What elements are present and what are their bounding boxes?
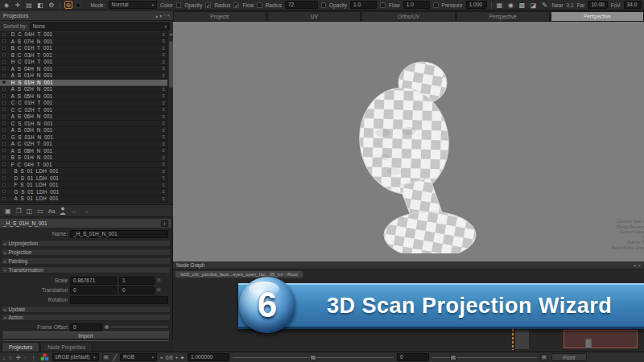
list-item[interactable]: _B_S_01H_N_001≡ [0, 154, 167, 162]
list-item[interactable]: _A_S_08H_N_001≡ [0, 148, 167, 155]
panel-help-icon[interactable]: ▴ [155, 13, 158, 19]
timeline-clip[interactable] [564, 330, 638, 348]
timeline-playhead[interactable] [512, 329, 514, 350]
flow-checkbox[interactable] [257, 2, 262, 8]
projector-row-icon[interactable]: ≡ [162, 80, 165, 84]
panel-collapse-icon[interactable]: ▾ [159, 13, 162, 19]
list-item[interactable]: _C_C_01H_T_001≡ [0, 100, 167, 107]
prev-arrow-icon[interactable]: ◂ [160, 355, 163, 360]
list-item[interactable]: _A_S_02H_N_001≡ [0, 86, 167, 93]
item-checkbox[interactable] [2, 88, 6, 91]
rotation-input[interactable] [70, 296, 168, 304]
projector-row-icon[interactable]: ≡ [162, 114, 165, 119]
section-action[interactable]: ▾ Action [1, 314, 171, 321]
projector-row-icon[interactable]: ≡ [162, 93, 165, 98]
tab-perspective-active[interactable]: Perspective [551, 11, 644, 22]
new-projector-icon[interactable]: ▣ [5, 208, 11, 215]
play-icon[interactable]: ▶ [181, 355, 184, 360]
reset-offset-button[interactable]: R [540, 354, 548, 361]
prev-projector-icon[interactable]: ← [71, 208, 77, 215]
section-transformation[interactable]: ▾ Transformation [1, 266, 171, 274]
scale-x-input[interactable]: 0.867671 [70, 277, 117, 285]
tab-projectors[interactable]: Projectors [2, 342, 39, 352]
projector-row-icon[interactable]: ≡ [162, 39, 165, 43]
color-checkbox[interactable] [176, 2, 182, 8]
projector-row-icon[interactable]: ≡ [162, 142, 165, 146]
section-unprojection[interactable]: ▸ Unprojection [1, 240, 171, 247]
import-button[interactable]: Import [2, 331, 170, 339]
list-item[interactable]: _A_S_01H_N_001≡ [0, 72, 167, 80]
item-checkbox[interactable] [2, 170, 6, 173]
rename-icon[interactable]: Aa [48, 208, 56, 214]
item-checkbox[interactable] [2, 115, 6, 118]
next-projector-icon[interactable]: → [82, 208, 89, 215]
frame-offset-slider-knob[interactable] [105, 325, 109, 329]
list-item[interactable]: _C_C_02H_T_001≡ [0, 107, 167, 114]
list-item[interactable]: _H_C_01H_T_001≡ [0, 59, 167, 66]
list-item[interactable]: _B_C_01H_T_001≡ [0, 45, 167, 52]
panel-close-icon[interactable]: × [638, 263, 641, 268]
scale-y-input[interactable]: 1 [119, 277, 155, 285]
person-icon[interactable] [60, 207, 66, 215]
list-item[interactable]: _A_S_04H_N_001≡ [0, 66, 167, 73]
panel-close-icon[interactable]: × [167, 13, 170, 19]
shading-mode-icon[interactable]: ◪ [530, 1, 538, 9]
visibility-icon[interactable]: ◉ [507, 1, 515, 9]
projector-row-icon[interactable]: ≡ [162, 101, 165, 105]
projector-row-icon[interactable]: ≡ [162, 148, 165, 153]
projector-row-icon[interactable]: ≡ [162, 32, 165, 37]
item-checkbox[interactable] [2, 60, 6, 64]
panel-menu-icon[interactable]: ▾ [634, 263, 637, 268]
list-item[interactable]: _A_S_06H_N_001≡ [0, 113, 167, 121]
channel-dropdown[interactable]: RGB ▾ [120, 353, 157, 361]
list-item[interactable]: _A_S_07H_N_001≡ [0, 39, 167, 46]
projector-row-icon[interactable]: ≡ [162, 52, 165, 57]
item-checkbox[interactable] [2, 39, 6, 43]
radius-input[interactable]: 72 [285, 1, 318, 9]
section-update[interactable]: ▸ Update [1, 306, 171, 313]
import-tool-icon[interactable]: ◈ [2, 1, 10, 9]
pressure-checkbox[interactable] [433, 2, 439, 8]
projector-row-icon[interactable]: ≡ [162, 128, 165, 133]
list-item[interactable]: __A_S_01_LDH_001≡ [0, 195, 167, 203]
item-checkbox[interactable] [2, 162, 6, 166]
camera-icon[interactable]: ◫ [27, 208, 33, 215]
list-item[interactable]: __B_S_01_LDH_001≡ [0, 168, 167, 175]
opacity-link-checkbox[interactable] [380, 2, 386, 8]
projector-row-icon[interactable]: ≡ [162, 162, 165, 167]
grid-view-icon[interactable]: ▦ [496, 1, 504, 9]
list-item[interactable]: _D_C_04H_T_001≡ [0, 31, 167, 39]
opacity-input[interactable]: 1.0 [350, 1, 377, 9]
tab-uv[interactable]: UV [267, 11, 361, 22]
list-item[interactable]: _G_S_01H_N_001≡ [0, 134, 167, 142]
item-checkbox[interactable] [2, 129, 6, 132]
list-item[interactable]: _A_S_05H_N_001≡ [0, 93, 167, 101]
gain-slider[interactable] [233, 357, 394, 358]
item-checkbox[interactable] [2, 108, 6, 111]
download-icon[interactable]: ↓ [2, 354, 6, 361]
list-item[interactable]: __G_S_01_LDH_001≡ [0, 189, 167, 196]
translation-y-input[interactable]: 0 [119, 286, 155, 294]
item-checkbox[interactable] [2, 67, 6, 70]
node-graph-tab[interactable]: tk02_chr_yamika_face...eyes_open_fac...0… [175, 270, 303, 278]
duplicate-projector-icon[interactable]: ❐ [16, 208, 22, 215]
projector-row-icon[interactable]: ≡ [162, 134, 165, 139]
fov-input[interactable]: 34.0 [624, 1, 642, 9]
name-input[interactable]: _H_S_01H_N_001 [70, 230, 168, 238]
projector-row-icon[interactable]: ≡ [162, 169, 165, 174]
section-projection[interactable]: ▸ Projection [1, 249, 171, 256]
projector-row-icon[interactable]: ≡ [162, 73, 165, 78]
item-checkbox[interactable] [2, 142, 6, 146]
more-dots-icon[interactable]: ⋮ [31, 354, 37, 361]
frame-offset-input[interactable]: 0 [70, 323, 102, 331]
projector-row-icon[interactable]: ≡ [162, 87, 165, 92]
list-item[interactable]: _F_C_04H_T_001≡ [0, 162, 167, 169]
projector-row-icon[interactable]: ≡ [162, 66, 165, 71]
item-checkbox[interactable] [2, 176, 6, 179]
curve-icon[interactable]: ╱ [114, 354, 118, 361]
frame-offset-slider[interactable] [111, 327, 168, 327]
item-checkbox[interactable] [2, 80, 6, 84]
item-checkbox[interactable] [2, 53, 6, 56]
gain-slider-handle[interactable] [310, 355, 316, 360]
far-input[interactable]: 10.00 [588, 1, 607, 9]
